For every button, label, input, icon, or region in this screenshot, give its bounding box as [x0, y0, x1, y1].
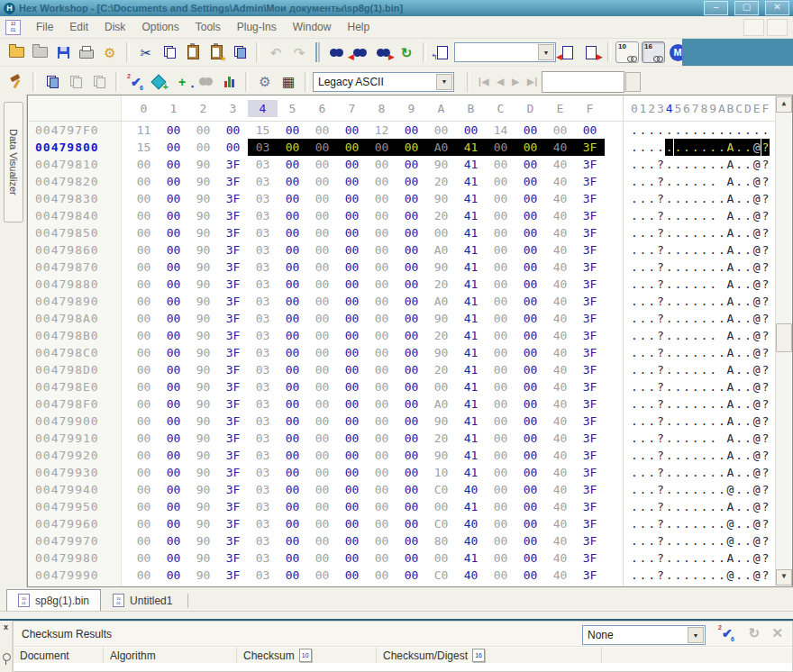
ascii-char[interactable]: . [639, 413, 648, 430]
ascii-char[interactable]: . [639, 327, 648, 344]
hex-byte[interactable]: C0 [426, 515, 456, 532]
hex-byte[interactable]: 3F [218, 327, 248, 344]
hex-byte[interactable]: 90 [426, 413, 456, 430]
hex-byte[interactable]: 90 [426, 156, 456, 173]
hex-byte[interactable]: 41 [456, 464, 486, 481]
ascii-char[interactable]: . [708, 447, 717, 464]
close-button[interactable]: ✕ [765, 1, 789, 15]
ascii-char[interactable]: . [708, 207, 717, 224]
hex-byte[interactable]: 41 [456, 173, 486, 190]
ascii-char[interactable]: . [674, 413, 683, 430]
hex-byte[interactable]: 40 [545, 464, 575, 481]
ascii-char[interactable]: . [700, 532, 709, 549]
hex-byte[interactable]: 40 [545, 430, 575, 447]
hex-byte[interactable]: 00 [159, 464, 188, 481]
hex-byte[interactable]: 00 [159, 310, 188, 327]
ascii-char[interactable]: ? [761, 310, 770, 327]
ascii-char[interactable]: @ [752, 259, 761, 276]
hex-byte[interactable]: 03 [248, 293, 278, 310]
hex-byte[interactable]: 3F [218, 293, 248, 310]
hex-byte[interactable]: 00 [307, 293, 337, 310]
ascii-char[interactable]: . [691, 344, 700, 361]
ascii-char[interactable]: . [639, 395, 648, 413]
ascii-char[interactable]: . [691, 378, 700, 395]
hex-byte[interactable]: 00 [337, 361, 367, 378]
ascii-char[interactable]: . [734, 224, 743, 241]
ascii-char[interactable]: ? [656, 378, 665, 395]
hex-byte[interactable]: 00 [278, 259, 307, 276]
remove-results-icon[interactable]: ✕ [771, 626, 783, 640]
ascii-char[interactable]: . [726, 122, 735, 139]
hex-byte[interactable]: 3F [218, 549, 248, 567]
ascii-char[interactable]: . [647, 567, 656, 584]
ascii-char[interactable]: . [743, 327, 752, 344]
hex-byte[interactable]: 3F [575, 378, 605, 395]
ascii-char[interactable]: ? [656, 293, 665, 310]
hex-byte[interactable]: 00 [515, 122, 545, 139]
hex-byte[interactable]: 3F [575, 413, 605, 430]
ascii-char[interactable]: . [639, 344, 648, 361]
hex-byte[interactable]: 3F [575, 207, 605, 224]
ascii-char[interactable]: . [734, 259, 743, 276]
hex-byte[interactable]: 00 [159, 344, 188, 361]
hex-byte[interactable]: 00 [278, 498, 307, 515]
hex-byte[interactable]: 11 [129, 122, 159, 139]
ascii-char[interactable]: . [708, 241, 717, 259]
ascii-char[interactable]: . [717, 190, 726, 207]
hex-byte[interactable]: 00 [129, 241, 159, 259]
hex-byte[interactable]: 00 [159, 139, 188, 156]
hex-byte[interactable]: 3F [218, 515, 248, 532]
hex-byte[interactable]: 00 [367, 567, 396, 584]
ascii-char[interactable]: . [665, 190, 674, 207]
hex-byte[interactable]: 00 [396, 207, 426, 224]
ascii-char[interactable]: A [726, 413, 735, 430]
ascii-char[interactable]: . [674, 378, 683, 395]
hex-byte[interactable]: 00 [337, 241, 367, 259]
ascii-char[interactable]: . [630, 447, 639, 464]
hex-byte[interactable]: 00 [396, 447, 426, 464]
hex-byte[interactable]: 90 [188, 413, 218, 430]
ascii-char[interactable]: . [630, 293, 639, 310]
ascii-char[interactable]: . [639, 361, 648, 378]
ascii-char[interactable]: . [734, 327, 743, 344]
ascii-char[interactable]: @ [752, 276, 761, 293]
hex-byte[interactable]: 41 [456, 241, 486, 259]
ascii-char[interactable]: A [726, 241, 735, 259]
ascii-char[interactable]: . [682, 549, 691, 567]
ascii-char[interactable]: . [734, 395, 743, 413]
ascii-char[interactable]: . [630, 259, 639, 276]
hex-byte[interactable]: 3F [575, 241, 605, 259]
ascii-char[interactable]: . [639, 156, 648, 173]
ascii-char[interactable]: . [700, 310, 709, 327]
ascii-char[interactable]: . [674, 567, 683, 584]
chevron-down-icon[interactable]: ▼ [538, 44, 554, 60]
ascii-char[interactable]: . [630, 395, 639, 413]
hex-byte[interactable]: 00 [456, 122, 486, 139]
hex-byte[interactable]: 00 [129, 190, 159, 207]
hex-byte[interactable]: 00 [367, 276, 396, 293]
ascii-char[interactable]: . [734, 276, 743, 293]
ascii-char[interactable]: . [665, 447, 674, 464]
nav-previous-button[interactable]: ◀ [494, 77, 509, 86]
ascii-char[interactable]: . [682, 156, 691, 173]
hex-byte[interactable]: 90 [188, 173, 218, 190]
hex-byte[interactable]: 40 [545, 361, 575, 378]
ascii-char[interactable]: . [691, 532, 700, 549]
ascii-char[interactable]: . [700, 498, 709, 515]
hex-byte[interactable]: 00 [367, 395, 396, 413]
ascii-char[interactable]: . [700, 224, 709, 241]
hex-byte[interactable]: 3F [218, 310, 248, 327]
column-header-algorithm[interactable]: Algorithm [104, 647, 237, 664]
ascii-char[interactable]: . [717, 567, 726, 584]
hex-byte[interactable]: 41 [456, 498, 486, 515]
hex-byte[interactable]: 00 [159, 293, 188, 310]
ascii-char[interactable]: . [630, 224, 639, 241]
ascii-char[interactable]: . [734, 549, 743, 567]
open-special-button[interactable] [28, 41, 51, 63]
hex-byte[interactable]: 00 [129, 395, 159, 413]
hex-byte[interactable]: 40 [545, 498, 575, 515]
hex-byte[interactable]: C0 [426, 567, 456, 584]
ascii-char[interactable]: @ [752, 447, 761, 464]
ascii-char[interactable]: . [734, 344, 743, 361]
hex-byte[interactable]: 00 [367, 532, 396, 549]
